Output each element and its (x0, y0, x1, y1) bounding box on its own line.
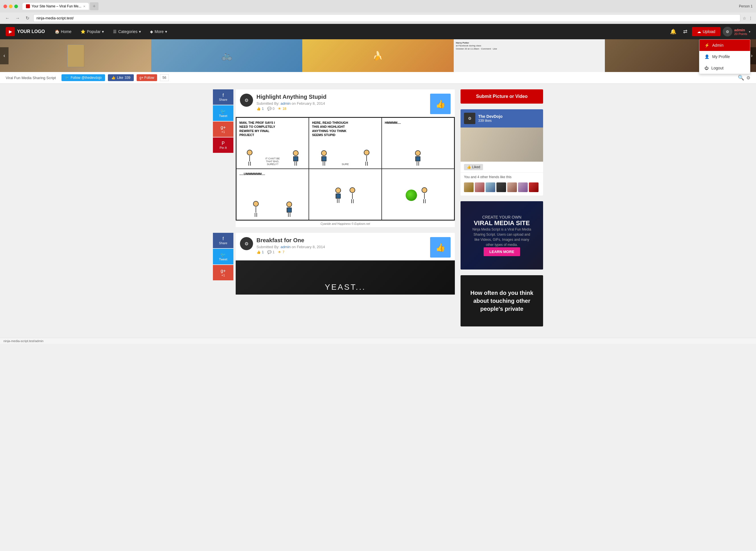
gplus-share-btn-2[interactable]: g+ +1 (213, 265, 233, 281)
shuffle-btn[interactable]: ⇄ (681, 27, 690, 36)
fig-leg-2bl (365, 162, 366, 166)
user-name: admin (734, 28, 747, 32)
big-like-btn-2[interactable]: 👍 (430, 237, 451, 257)
post-title-1[interactable]: Highlight Anything Stupid (256, 94, 427, 100)
slider-item-4[interactable]: Harry Potter at Facebook during class Oc… (454, 39, 605, 72)
panel-figures-3 (385, 125, 451, 166)
fig-head-5a (335, 187, 341, 193)
new-tab-btn[interactable]: + (90, 2, 98, 10)
fb-share-btn[interactable]: f Share (213, 89, 233, 105)
fb-like-btn[interactable]: 👍 Like 339 (108, 74, 134, 81)
browser-tab[interactable]: Your Site Name – Viral Fun Me... ✕ (22, 3, 89, 10)
lightning-icon: ⚡ (705, 43, 709, 48)
panel-2-sub: SURE (341, 163, 349, 166)
gplus-count: 56 (160, 74, 169, 81)
nav-home[interactable]: 🏠 Home (51, 27, 75, 36)
traffic-light-yellow[interactable] (9, 5, 13, 8)
tw-share-btn-2[interactable]: 🐦 Tweet (213, 249, 233, 264)
menu-icon: ☰ (113, 29, 117, 34)
gplus-follow-btn[interactable]: g+ Follow (137, 74, 157, 81)
traffic-light-red[interactable] (3, 5, 7, 8)
figure-6a (419, 187, 430, 203)
browser-toolbar: ← → ↻ ☆ ⋮ (0, 13, 756, 24)
panel-figures-5 (312, 172, 378, 217)
post-sub-1: Submitted By: admin on February 8, 2014 (256, 101, 427, 106)
figure-5b (347, 187, 358, 203)
ad-learn-more-btn[interactable]: LEARN MORE (484, 247, 520, 256)
search-btn[interactable]: 🔍 (738, 75, 744, 81)
tab-close-btn[interactable]: ✕ (83, 5, 85, 8)
dropdown-my-profile[interactable]: 👤 My Profile (699, 51, 750, 62)
fig-leg-bl (294, 162, 295, 166)
fb-liked-btn[interactable]: 👍 Liked (464, 164, 483, 170)
view-count-2: 👁 7 (278, 250, 284, 254)
gplus-share-btn[interactable]: g+ +1 (213, 121, 233, 137)
post-wrapper-2: f Share 🐦 Tweet g+ +1 ⚙ (213, 233, 455, 295)
traffic-light-green[interactable] (14, 5, 18, 8)
fig-leg-6ar (425, 199, 426, 203)
post-meta-1: Highlight Anything Stupid Submitted By: … (256, 94, 427, 111)
figure-2b (361, 150, 372, 166)
upload-btn[interactable]: ☁ Upload (692, 27, 720, 36)
figure-1b (290, 150, 301, 166)
ad-subtitle: CREATE YOUR OWN (471, 215, 533, 219)
fig-leg-l (248, 162, 249, 166)
submit-picture-video-btn[interactable]: Submit Picture or Video (461, 89, 543, 104)
nav-more[interactable]: ◆ More ▾ (146, 27, 171, 36)
post-author-2[interactable]: admin (281, 245, 290, 249)
comic-strip-1: MAN, THE PROF SAYS I NEED TO COMPLETELY … (236, 117, 455, 227)
sub-bar-right: 🔍 ⚙ (738, 75, 750, 81)
nav-categories[interactable]: ☰ Categories ▾ (109, 27, 145, 36)
more-options-btn[interactable]: ⋮ (749, 16, 753, 20)
friend-avatar-1 (464, 182, 474, 192)
comic-panel-3: HMMMM.... (382, 117, 454, 169)
fig-body (249, 156, 250, 161)
content-area: f Share 🐦 Tweet g+ +1 P Pin It (213, 89, 455, 332)
fb-page-widget: ⚙ The DevDojo 339 likes 👍 Liked You and … (461, 109, 543, 195)
back-btn[interactable]: ← (3, 15, 11, 21)
fb-page-img-inner (461, 127, 543, 162)
panel-text-4: .....UMMMMMM.... (239, 172, 276, 176)
browser-chrome: Your Site Name – Viral Fun Me... ✕ + Per… (0, 0, 756, 24)
slider-item-2[interactable]: 🚲 (151, 39, 302, 72)
slider-item-3[interactable]: 🍌 (302, 39, 454, 72)
post-card-2: ⚙ Breakfast for One Submitted By: admin … (236, 233, 455, 295)
nav-popular[interactable]: ⭐ Popular ▾ (77, 27, 108, 36)
panel-figures-2: SURE (312, 137, 378, 166)
fig-head-6a (422, 187, 427, 193)
fig-leg-br (296, 162, 297, 166)
figure-1a (244, 150, 255, 166)
pinterest-share-btn[interactable]: P Pin It (213, 137, 233, 153)
bookmark-btn[interactable]: ☆ (743, 16, 746, 20)
fig-leg-3al (417, 162, 417, 166)
gplus-share-icon: g+ (215, 125, 231, 130)
settings-btn[interactable]: ⚙ (746, 75, 750, 81)
post-title-2[interactable]: Breakfast for One (256, 237, 427, 243)
user-dropdown-arrow: ▾ (749, 30, 750, 33)
site-wrapper: ▶ YOUR LOGO 🏠 Home ⭐ Popular ▾ ☰ Categor… (0, 24, 756, 344)
reload-btn[interactable]: ↻ (24, 15, 31, 21)
notification-bell-btn[interactable]: 🔔 (668, 27, 679, 36)
slider-item-1[interactable] (0, 39, 151, 72)
post-author-1[interactable]: admin (281, 101, 290, 106)
fb-share-btn-2[interactable]: f Share (213, 233, 233, 248)
big-like-btn-1[interactable]: 👍 (430, 94, 451, 114)
post-stats-1: 👍 1 💬 0 👁 18 (256, 107, 427, 111)
comic-panels: MAN, THE PROF SAYS I NEED TO COMPLETELY … (236, 117, 455, 220)
submit-widget: Submit Picture or Video (461, 89, 543, 104)
ad-title: VIRAL MEDIA SITE (471, 219, 533, 227)
dropdown-logout[interactable]: ⏻ Logout (699, 62, 750, 74)
forward-btn[interactable]: → (14, 15, 22, 21)
slider-prev-btn[interactable]: ‹ (0, 47, 9, 64)
post-sub-2: Submitted By: admin on February 8, 2014 (256, 245, 427, 249)
tab-title: Your Site Name – Viral Fun Me... (32, 4, 81, 8)
twitter-follow-btn[interactable]: 🐦 Follow @thedevdojo (61, 74, 105, 81)
friend-avatar-5 (507, 182, 517, 192)
dropdown-admin[interactable]: ⚡ Admin (699, 40, 750, 51)
user-menu-btn[interactable]: ⚙ admin 20 Points ▾ (723, 27, 750, 36)
address-bar[interactable] (33, 14, 740, 22)
fig-head-4b (286, 201, 292, 207)
site-logo[interactable]: ▶ YOUR LOGO (6, 27, 45, 36)
tw-share-btn[interactable]: 🐦 Tweet (213, 105, 233, 121)
fig-body-wide (293, 156, 298, 161)
